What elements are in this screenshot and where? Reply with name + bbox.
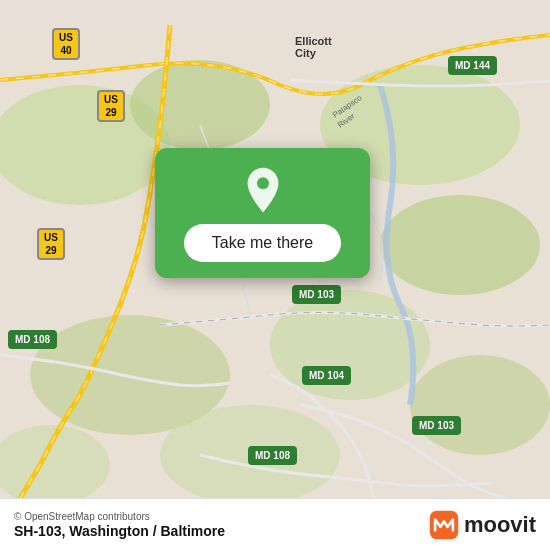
svg-point-8 [410,355,550,455]
road-label-md144: MD 144 [448,56,497,75]
road-label-md104: MD 104 [302,366,351,385]
road-label-us29a: US29 [97,90,125,122]
road-label-md108b: MD 108 [248,446,297,465]
location-pin-icon [239,166,287,214]
popup-card: Take me there [155,148,370,278]
road-label-md103a: MD 103 [292,285,341,304]
bottom-bar: © OpenStreetMap contributors SH-103, Was… [0,498,550,550]
moovit-text: moovit [464,512,536,538]
svg-point-12 [257,177,269,189]
svg-point-4 [380,195,540,295]
take-me-there-button[interactable]: Take me there [184,224,341,262]
route-info: SH-103, Washington / Baltimore [14,523,225,539]
road-label-md108a: MD 108 [8,330,57,349]
moovit-logo: moovit [428,509,536,541]
bottom-left: © OpenStreetMap contributors SH-103, Was… [14,511,225,539]
road-label-md103b: MD 103 [412,416,461,435]
osm-attribution: © OpenStreetMap contributors [14,511,225,522]
road-label-us29b: US29 [37,228,65,260]
moovit-icon [428,509,460,541]
map-container: Patapsco River US40 US29 US29 MD 144 MD … [0,0,550,550]
road-label-us40: US40 [52,28,80,60]
